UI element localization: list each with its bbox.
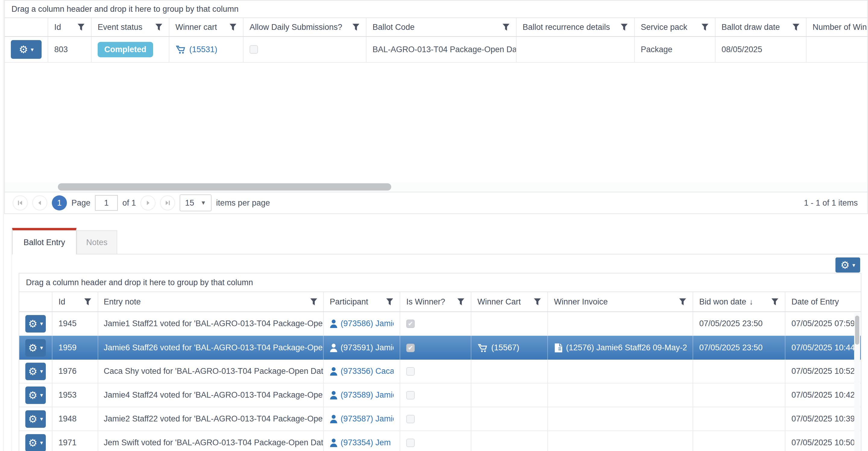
winner-invoice-link[interactable]: (12576) Jamie6 Staff26 09-May-2025 — [554, 343, 687, 353]
column-header-event-status[interactable]: Event status — [91, 18, 169, 36]
filter-icon[interactable] — [679, 298, 687, 306]
row-actions-button[interactable]: ⚙ ▾ — [11, 40, 41, 59]
filter-icon[interactable] — [84, 298, 92, 306]
filter-icon[interactable] — [771, 298, 779, 306]
allow-daily-checkbox[interactable] — [250, 45, 258, 54]
filter-icon[interactable] — [155, 23, 163, 31]
entry-row[interactable]: ⚙▾ 1945 Jamie1 Staff21 voted for 'BAL-AG… — [19, 312, 861, 336]
filter-icon[interactable] — [533, 298, 541, 306]
participant-link[interactable]: (973589) Jamie4 — [330, 390, 394, 400]
entry-row[interactable]: ⚙▾ 1971 Jem Swift voted for 'BAL-AGRO-01… — [19, 431, 861, 451]
grid-settings-button[interactable]: ⚙ ▾ — [835, 258, 860, 273]
bid-won-date-cell: 07/05/2025 23:50 — [692, 312, 785, 335]
row-actions-button[interactable]: ⚙▾ — [25, 315, 46, 333]
is-winner-cell — [400, 384, 471, 407]
entry-row[interactable]: ⚙▾ 1953 Jamie4 Staff24 voted for 'BAL-AG… — [19, 384, 861, 407]
bid-won-date-cell — [692, 407, 785, 430]
cart-icon — [477, 343, 488, 353]
participant-link[interactable]: (973354) Jem — [330, 438, 391, 447]
filter-icon[interactable] — [352, 23, 360, 31]
entry-row[interactable]: ⚙▾ 1948 Jamie2 Staff22 voted for 'BAL-AG… — [19, 407, 861, 431]
chevron-down-icon: ▼ — [200, 200, 206, 206]
page-number-input[interactable] — [95, 195, 118, 211]
column-title: Ballot Code — [373, 23, 415, 32]
ballot-code-cell: BAL-AGRO-013-T04 Package-Open Date — [366, 37, 516, 62]
page-size-value: 15 — [185, 199, 194, 208]
column-header-winner-cart[interactable]: Winner Cart — [471, 292, 547, 311]
participant-name: (973587) Jamie2 — [341, 414, 394, 424]
group-by-panel[interactable]: Drag a column header and drop it here to… — [5, 1, 867, 18]
column-header-date-of-entry[interactable]: Date of Entry — [785, 292, 854, 311]
column-header-winner-cart[interactable]: Winner cart — [169, 18, 243, 36]
is-winner-checkbox[interactable] — [406, 439, 415, 447]
participant-link[interactable]: (973586) Jamie1 — [330, 319, 394, 328]
number-of-winners-cell — [806, 37, 868, 62]
column-header-is-winner[interactable]: Is Winner? — [400, 292, 471, 311]
horizontal-scrollbar[interactable] — [5, 182, 867, 192]
is-winner-checkbox[interactable] — [406, 391, 415, 399]
participant-link[interactable]: (973587) Jamie2 — [330, 414, 394, 424]
column-header-winner-invoice[interactable]: Winner Invoice — [547, 292, 692, 311]
filter-icon[interactable] — [229, 23, 237, 31]
tab-notes[interactable]: Notes — [76, 230, 117, 254]
entry-note-cell: Jamie6 Staff26 voted for 'BAL-AGRO-013-T… — [98, 336, 323, 360]
filter-icon[interactable] — [502, 23, 510, 31]
ballot-row[interactable]: ⚙ ▾ 803 Completed (15531) BAL-AGRO-013-T… — [5, 37, 867, 63]
column-header-allow-daily[interactable]: Allow Daily Submissions? — [243, 18, 366, 36]
column-header-participant[interactable]: Participant — [323, 292, 400, 311]
column-header-service-pack[interactable]: Service pack — [634, 18, 715, 36]
column-header-bid-won-date[interactable]: Bid won date ↓ — [692, 292, 785, 311]
row-actions-button[interactable]: ⚙▾ — [25, 434, 46, 451]
column-header-entry-note[interactable]: Entry note — [98, 292, 323, 311]
is-winner-checkbox[interactable] — [406, 415, 415, 423]
participant-link[interactable]: (973591) Jamie6 — [330, 343, 394, 353]
previous-page-button[interactable] — [32, 196, 47, 210]
filter-icon[interactable] — [701, 23, 709, 31]
row-actions-button[interactable]: ⚙▾ — [25, 410, 46, 428]
row-actions-button[interactable]: ⚙▾ — [25, 363, 46, 380]
column-header-number-of-winners[interactable]: Number of Win — [806, 18, 868, 36]
page: Drag a column header and drop it here to… — [3, 0, 868, 451]
filter-icon[interactable] — [386, 298, 394, 306]
row-actions-button[interactable]: ⚙▾ — [25, 339, 46, 357]
winner-invoice-cell: (12576) Jamie6 Staff26 09-May-2025 — [547, 336, 692, 360]
person-icon — [330, 438, 338, 447]
horizontal-scrollbar-thumb[interactable] — [58, 183, 391, 190]
filter-icon[interactable] — [620, 23, 628, 31]
filter-icon[interactable] — [77, 23, 85, 31]
id-cell: 1959 — [52, 336, 98, 360]
vertical-scrollbar-thumb[interactable] — [855, 315, 859, 344]
page-size-select[interactable]: 15 ▼ — [180, 194, 212, 211]
last-page-button[interactable] — [160, 196, 175, 210]
winner-cart-link[interactable]: (15531) — [176, 44, 217, 54]
filter-icon[interactable] — [457, 298, 465, 306]
vertical-scrollbar[interactable] — [854, 313, 860, 451]
column-title: Allow Daily Submissions? — [250, 23, 342, 32]
column-header-ballot-draw-date[interactable]: Ballot draw date — [715, 18, 806, 36]
is-winner-checkbox[interactable] — [406, 344, 415, 352]
participant-name: (973591) Jamie6 — [341, 343, 394, 353]
row-actions-button[interactable]: ⚙▾ — [25, 387, 46, 404]
first-page-button[interactable] — [13, 196, 28, 210]
tab-ballot-entry[interactable]: Ballot Entry — [12, 228, 76, 254]
chevron-down-icon: ▾ — [40, 321, 43, 327]
column-header-ballot-recurrence[interactable]: Ballot recurrence details — [516, 18, 634, 36]
filter-icon[interactable] — [792, 23, 800, 31]
entry-row[interactable]: ⚙▾ 1976 Caca Shy voted for 'BAL-AGRO-013… — [19, 360, 861, 384]
arrow-left-icon — [36, 200, 43, 206]
winner-cart-link[interactable]: (15567) — [477, 343, 519, 353]
is-winner-checkbox[interactable] — [406, 320, 415, 328]
ballot-draw-date-cell: 08/05/2025 — [715, 37, 806, 62]
column-header-ballot-code[interactable]: Ballot Code — [366, 18, 516, 36]
page-of-label: of 1 — [122, 199, 136, 208]
is-winner-checkbox[interactable] — [406, 367, 415, 375]
filter-icon[interactable] — [310, 298, 318, 306]
date-of-entry-cell: 07/05/2025 10:50 — [785, 431, 854, 451]
current-page-button[interactable]: 1 — [52, 196, 67, 210]
group-by-panel[interactable]: Drag a column header and drop it here to… — [19, 273, 861, 292]
column-header-id[interactable]: Id — [52, 292, 98, 311]
next-page-button[interactable] — [141, 196, 156, 210]
column-header-id[interactable]: Id — [48, 18, 91, 36]
participant-link[interactable]: (973356) Caca — [330, 367, 394, 376]
entry-row-selected[interactable]: ⚙▾ 1959 Jamie6 Staff26 voted for 'BAL-AG… — [19, 336, 861, 360]
